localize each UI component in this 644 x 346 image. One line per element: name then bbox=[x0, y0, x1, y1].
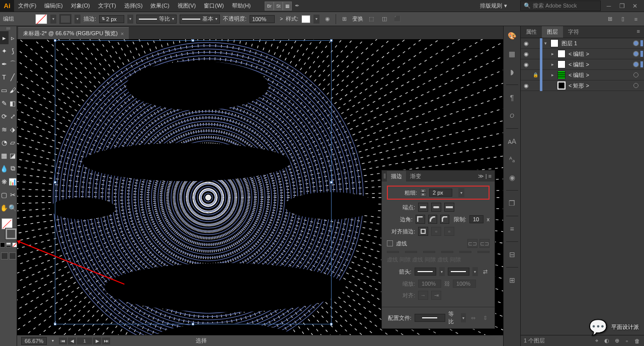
slice-tool[interactable]: ✂ bbox=[9, 188, 17, 201]
isolate-icon[interactable]: ⬚ bbox=[366, 14, 376, 24]
mask-icon[interactable]: ◫ bbox=[379, 14, 389, 24]
layer-name[interactable]: < 编组 > bbox=[569, 61, 632, 68]
layers-list[interactable]: ◉▾图层 1◉▸< 编组 >◉▸< 编组 >🔒▸< 编组 >◉< 矩形 > bbox=[521, 38, 644, 187]
visibility-icon[interactable]: ◉ bbox=[522, 40, 531, 47]
draw-normal[interactable] bbox=[1, 252, 8, 260]
appearance-icon[interactable]: ◉ bbox=[507, 172, 518, 183]
artboard-tool[interactable]: ▢ bbox=[0, 188, 9, 201]
twisty-icon[interactable]: ▸ bbox=[551, 62, 556, 67]
layer-row[interactable]: ◉▸< 编组 > bbox=[521, 49, 644, 59]
gradient-tool[interactable]: ◪ bbox=[9, 149, 17, 162]
nav-first-icon[interactable]: ⏮ bbox=[59, 337, 67, 344]
character-icon[interactable]: ᴀA bbox=[507, 136, 518, 147]
free-transform-tool[interactable]: ⬗ bbox=[9, 123, 17, 136]
line-tool[interactable]: ╱ bbox=[9, 70, 17, 83]
join-round-icon[interactable] bbox=[428, 215, 437, 224]
opacity-input[interactable]: 100% bbox=[250, 15, 275, 23]
pathfinder-icon[interactable]: ⊞ bbox=[507, 275, 518, 286]
text-wrap-icon[interactable]: ≡ bbox=[507, 223, 518, 234]
fill-swatch[interactable] bbox=[35, 14, 47, 24]
profile-dropdown[interactable] bbox=[415, 314, 445, 322]
arrow-start-dropdown[interactable] bbox=[415, 268, 437, 276]
tab-properties[interactable]: 属性 bbox=[521, 26, 542, 38]
color-gradient-icon[interactable] bbox=[6, 242, 11, 247]
feather-icon[interactable]: ✒ bbox=[292, 1, 302, 11]
arrow-end-dd[interactable]: ▾ bbox=[472, 267, 477, 276]
color-solid-icon[interactable] bbox=[0, 242, 5, 247]
cap-butt-icon[interactable] bbox=[418, 203, 428, 212]
typeset-dropdown[interactable]: 排版规则▾ bbox=[480, 2, 507, 10]
artboard-number[interactable]: 1 bbox=[77, 337, 92, 344]
stroke-dropdown[interactable]: ▾ bbox=[74, 15, 80, 24]
bridge-icon[interactable]: Br bbox=[265, 2, 274, 11]
nav-prev-icon[interactable]: ◀ bbox=[68, 337, 76, 344]
profile-dd[interactable]: ▾ bbox=[461, 313, 466, 322]
ctl-icon-1[interactable]: ⊞ bbox=[605, 14, 615, 24]
align-center-icon[interactable] bbox=[418, 227, 428, 236]
search-input[interactable]: 🔍搜索 Adobe Stock bbox=[520, 1, 601, 11]
cap-projecting-icon[interactable] bbox=[444, 203, 454, 212]
layer-name[interactable]: < 矩形 > bbox=[569, 82, 632, 90]
fill-dropdown[interactable]: ▾ bbox=[50, 15, 56, 24]
nav-last-icon[interactable]: ⏭ bbox=[102, 337, 110, 344]
pen-tool[interactable]: ✒ bbox=[0, 57, 9, 70]
recolor-icon[interactable]: ◉ bbox=[323, 14, 333, 24]
menu-edit[interactable]: 编辑(E) bbox=[40, 2, 67, 10]
close-button[interactable]: ✕ bbox=[630, 3, 640, 10]
layer-row[interactable]: ◉▸< 编组 > bbox=[521, 59, 644, 70]
curvature-tool[interactable]: ⌒ bbox=[9, 57, 17, 70]
eraser-tool[interactable]: ◧ bbox=[9, 97, 17, 110]
eyedropper-tool[interactable]: 💧 bbox=[0, 162, 9, 175]
menu-window[interactable]: 窗口(W) bbox=[200, 2, 228, 10]
toolbox-grip[interactable] bbox=[3, 27, 15, 30]
rotate-tool[interactable]: ⟳ bbox=[0, 110, 9, 123]
palette-icon[interactable]: 🎨 bbox=[507, 30, 518, 41]
target-icon[interactable] bbox=[633, 51, 638, 56]
zoom-input[interactable]: 66.67% bbox=[21, 337, 47, 345]
glyphs-icon[interactable]: ᴬₐ bbox=[507, 154, 518, 165]
arrow-end-dropdown[interactable] bbox=[448, 268, 470, 276]
target-icon[interactable] bbox=[633, 83, 638, 88]
color-none-icon[interactable] bbox=[12, 242, 17, 247]
transform-label[interactable]: 变换 bbox=[352, 15, 363, 23]
target-icon[interactable] bbox=[633, 41, 638, 46]
direct-select-tool[interactable]: ▹ bbox=[9, 31, 17, 44]
tab-layers[interactable]: 图层 bbox=[542, 26, 563, 38]
twisty-icon[interactable]: ▸ bbox=[551, 72, 556, 77]
menu-object[interactable]: 对象(O) bbox=[67, 2, 94, 10]
fill-color[interactable] bbox=[2, 218, 13, 229]
menu-file[interactable]: 文件(F) bbox=[14, 2, 40, 10]
ctl-menu-icon[interactable]: ≡ bbox=[631, 14, 641, 24]
arrow-start-dd[interactable]: ▾ bbox=[439, 267, 444, 276]
align-icon[interactable]: ⊞ bbox=[339, 14, 349, 24]
stroke-weight-dropdown[interactable]: ▾ bbox=[127, 15, 133, 24]
layer-name[interactable]: < 编组 > bbox=[569, 50, 632, 58]
swap-arrows-icon[interactable]: ⇄ bbox=[481, 267, 490, 277]
selection-tool[interactable]: ▸ bbox=[0, 31, 9, 44]
panel-grip[interactable] bbox=[382, 174, 387, 179]
draw-behind[interactable] bbox=[9, 252, 16, 260]
type-tool[interactable]: T bbox=[0, 70, 9, 83]
twisty-icon[interactable]: ▾ bbox=[544, 41, 549, 46]
color-picker[interactable] bbox=[0, 217, 17, 241]
menu-help[interactable]: 帮助(H) bbox=[228, 2, 255, 10]
blend-tool[interactable]: ⧉ bbox=[9, 162, 17, 175]
opentype-icon[interactable]: O bbox=[507, 110, 518, 121]
target-icon[interactable] bbox=[633, 72, 638, 77]
stroke-weight-input[interactable]: ⇅2 px bbox=[99, 15, 124, 23]
layer-name[interactable]: < 编组 > bbox=[569, 71, 632, 79]
brush-def-dropdown[interactable]: 基本▾ bbox=[180, 15, 220, 24]
width-tool[interactable]: ≋ bbox=[0, 123, 9, 136]
visibility-icon[interactable]: ◉ bbox=[522, 61, 531, 68]
perspective-tool[interactable]: ▱ bbox=[9, 136, 17, 149]
layer-name[interactable]: 图层 1 bbox=[561, 40, 632, 47]
shape-builder-tool[interactable]: ◔ bbox=[0, 136, 9, 149]
visibility-icon[interactable]: ◉ bbox=[522, 51, 531, 57]
restore-button[interactable]: ❐ bbox=[617, 3, 627, 10]
locate-icon[interactable]: ⌖ bbox=[593, 337, 601, 344]
symbol-tool[interactable]: ❋ bbox=[0, 175, 9, 188]
nav-next-icon[interactable]: ▶ bbox=[93, 337, 101, 344]
weight-stepper[interactable]: ▴▾ bbox=[420, 189, 426, 197]
menu-effect[interactable]: 效果(C) bbox=[146, 2, 173, 10]
panel-menu-icon[interactable]: ≡ bbox=[633, 26, 644, 38]
